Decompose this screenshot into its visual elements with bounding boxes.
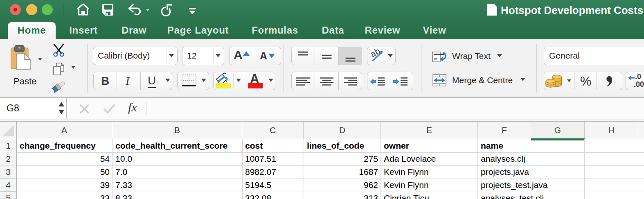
svg-text:ab: ab xyxy=(369,48,381,59)
